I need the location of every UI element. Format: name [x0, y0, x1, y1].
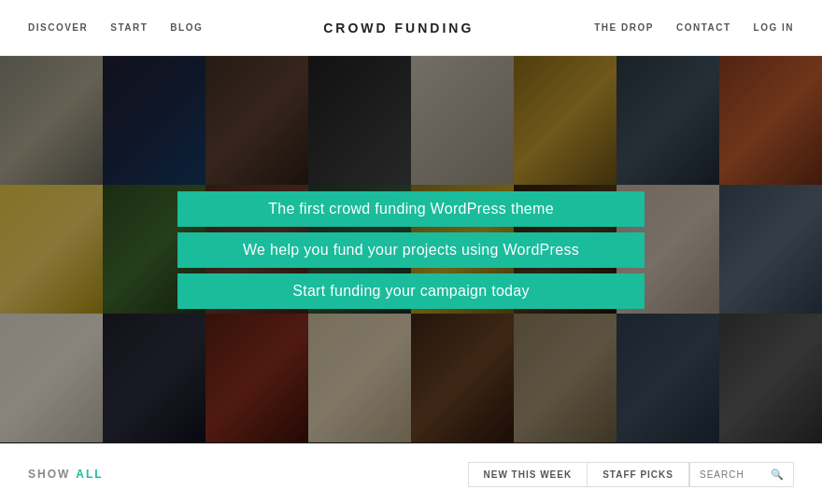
- nav-blog[interactable]: BLOG: [170, 22, 203, 33]
- staff-picks-button[interactable]: STAFF PICKS: [587, 462, 689, 487]
- new-this-week-button[interactable]: NEW THIS WEEK: [468, 462, 588, 487]
- header: DISCOVER START BLOG CROWD FUNDING THE DR…: [0, 0, 822, 56]
- footer-bar: SHOW ALL NEW THIS WEEK STAFF PICKS 🔍: [0, 443, 822, 504]
- search-box: 🔍: [689, 462, 794, 487]
- show-label: SHOW: [28, 468, 70, 481]
- site-logo: CROWD FUNDING: [323, 21, 474, 35]
- hero-line-1: The first crowd funding WordPress theme: [177, 191, 645, 227]
- nav-left: DISCOVER START BLOG: [28, 22, 203, 33]
- nav-right: THE DROP CONTACT LOG IN: [594, 22, 794, 33]
- nav-login[interactable]: LOG IN: [754, 22, 794, 33]
- hero-text-block: The first crowd funding WordPress theme …: [177, 191, 645, 309]
- show-all-link[interactable]: ALL: [76, 468, 103, 481]
- hero-section: The first crowd funding WordPress theme …: [0, 56, 822, 443]
- nav-start[interactable]: START: [110, 22, 148, 33]
- nav-contact[interactable]: CONTACT: [676, 22, 731, 33]
- hero-line-2: We help you fund your projects using Wor…: [177, 232, 645, 268]
- nav-the-drop[interactable]: THE DROP: [594, 22, 654, 33]
- filter-section: NEW THIS WEEK STAFF PICKS 🔍: [468, 462, 795, 487]
- search-icon: 🔍: [771, 469, 784, 481]
- nav-discover[interactable]: DISCOVER: [28, 22, 88, 33]
- search-input[interactable]: [700, 469, 765, 480]
- hero-line-3: Start funding your campaign today: [177, 273, 645, 309]
- show-section: SHOW ALL: [28, 468, 104, 481]
